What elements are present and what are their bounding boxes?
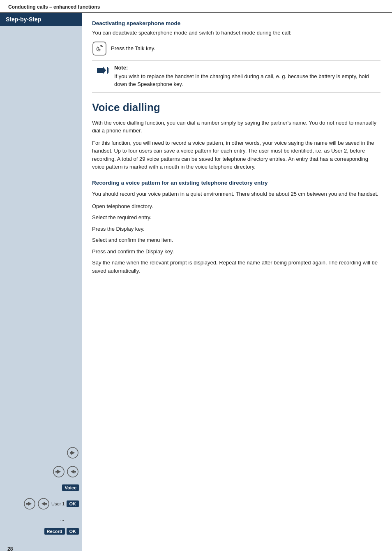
step-row-record-ok: Record OK (4, 528, 79, 535)
step-row-voice-key: Voice (4, 484, 79, 491)
sidebar: Step-by-Step (0, 13, 82, 551)
sidebar-label: Step-by-Step (0, 13, 82, 26)
svg-marker-13 (42, 502, 45, 506)
svg-rect-18 (108, 68, 109, 73)
nav-icon-open-dir (67, 447, 79, 459)
step-row-user-ok: User 1 OK (4, 498, 79, 510)
step-4-text: Select and confirm the menu item. (92, 236, 173, 244)
header-title: Conducting calls – enhanced functions (8, 4, 100, 10)
nav-icon-select2 (67, 466, 79, 478)
step-1: Open telephone directory. (92, 202, 380, 211)
step-6: Say the name when the relevant prompt is… (92, 259, 380, 275)
svg-rect-2 (70, 452, 71, 454)
user-label: User 1 (51, 501, 65, 506)
talk-key-icon (92, 41, 107, 56)
ok-key2[interactable]: OK (67, 528, 79, 535)
main-layout: Step-by-Step (0, 13, 392, 551)
talk-key-svg (92, 41, 107, 56)
user-ellipsis: ... (60, 517, 64, 521)
content-area: Deactivating speakerphone mode You can d… (82, 13, 392, 551)
ok-key1[interactable]: OK (67, 500, 79, 507)
step-5-text: Press and confirm the Display key. (92, 248, 174, 256)
record-display-key[interactable]: Record (44, 528, 65, 535)
deactivating-heading: Deactivating speakerphone mode (92, 20, 380, 26)
step-row-open-dir (4, 447, 79, 459)
talk-key-instruction: Press the Talk key. (111, 44, 155, 53)
step-2: Select the required entry. (92, 213, 380, 222)
step-2-text: Select the required entry. (92, 213, 151, 222)
svg-marker-7 (71, 470, 74, 474)
voice-display-key[interactable]: Voice (62, 484, 79, 491)
step-6-text: Say the name when the relevant prompt is… (92, 259, 380, 275)
svg-marker-16 (97, 66, 106, 74)
step-1-text: Open telephone directory. (92, 202, 153, 211)
nav-icon-user1b (37, 498, 50, 510)
svg-rect-8 (74, 471, 76, 473)
note-text: If you wish to replace the handset in th… (114, 72, 376, 88)
svg-rect-14 (45, 503, 47, 505)
svg-marker-1 (71, 451, 75, 455)
note-label: Note: (114, 65, 376, 71)
voice-dialling-title: Voice dialling (92, 101, 380, 114)
deactivating-body: You can deactivate speakerphone mode and… (92, 29, 380, 37)
note-content: Note: If you wish to replace the handset… (114, 65, 376, 88)
svg-marker-4 (57, 470, 61, 474)
nav-icon-user1a (23, 498, 36, 510)
svg-rect-5 (55, 471, 57, 473)
step-4: Select and confirm the menu item. (92, 236, 380, 244)
step-5: Press and confirm the Display key. (92, 248, 380, 256)
svg-rect-17 (107, 67, 108, 74)
page-number: 28 (7, 546, 13, 552)
svg-rect-15 (93, 42, 106, 55)
step-row-user-ellipsis: ... (4, 517, 79, 521)
svg-rect-11 (26, 503, 28, 505)
steps-list: Open telephone directory. Select the req… (92, 202, 380, 275)
note-icon (97, 65, 110, 75)
sidebar-steps: Voice User 1 OK (4, 447, 79, 535)
step-3: Press the Display key. (92, 225, 380, 233)
page-container: Conducting calls – enhanced functions St… (0, 0, 392, 556)
recording-heading: Recording a voice pattern for an existin… (92, 179, 380, 187)
talk-key-row: Press the Talk key. (92, 41, 380, 56)
step-3-text: Press the Display key. (92, 225, 145, 233)
page-header: Conducting calls – enhanced functions (0, 0, 392, 13)
page-footer: 28 (0, 551, 392, 556)
step-row-select-entry (4, 466, 79, 478)
voice-dialling-section: Voice dialling With the voice dialling f… (92, 101, 380, 275)
nav-icon-select1 (53, 466, 65, 478)
note-box: Note: If you wish to replace the handset… (92, 60, 380, 93)
voice-dialling-para2: For this function, you will need to reco… (92, 139, 380, 171)
note-battery-icon (97, 65, 109, 75)
recording-intro: You should record your voice pattern in … (92, 190, 380, 198)
deactivating-section: Deactivating speakerphone mode You can d… (92, 20, 380, 93)
voice-dialling-para1: With the voice dialling function, you ca… (92, 119, 380, 135)
svg-marker-10 (28, 502, 32, 506)
